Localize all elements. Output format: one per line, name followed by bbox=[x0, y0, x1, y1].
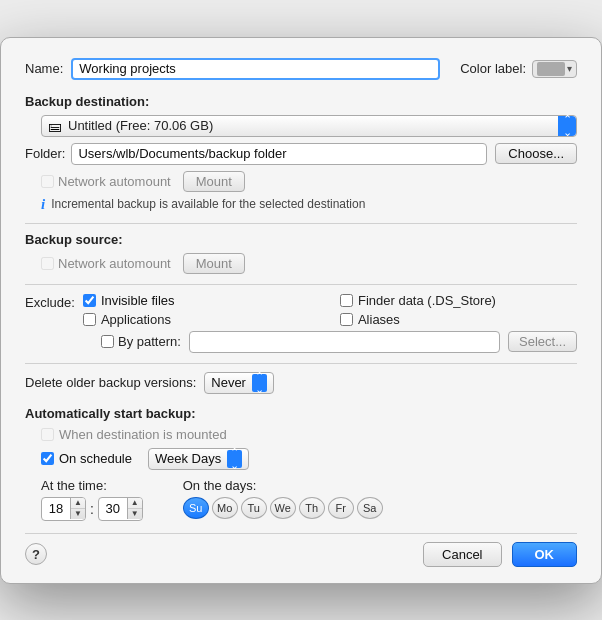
folder-input[interactable] bbox=[71, 143, 487, 165]
exclude-row: Exclude: Invisible files Finder data (.D… bbox=[25, 293, 577, 327]
days-section: On the days: Su Mo Tu We Th Fr Sa bbox=[183, 478, 383, 519]
week-text: Week Days bbox=[155, 451, 221, 466]
hours-value: 18 bbox=[42, 501, 70, 516]
network-automount-checkbox-src[interactable] bbox=[41, 257, 54, 270]
hours-down-icon[interactable]: ▼ bbox=[71, 509, 85, 519]
footer-buttons: Cancel OK bbox=[423, 542, 577, 567]
exclude-label: Exclude: bbox=[25, 293, 75, 310]
by-pattern-label[interactable]: By pattern: bbox=[101, 334, 181, 349]
invisible-files-checkbox[interactable] bbox=[83, 294, 96, 307]
network-mount-row-src: Network automount Mount bbox=[41, 253, 577, 274]
auto-start-header: Automatically start backup: bbox=[25, 406, 577, 421]
exclude-aliases[interactable]: Aliases bbox=[340, 312, 577, 327]
auto-start-section: Automatically start backup: When destina… bbox=[25, 406, 577, 521]
time-label: At the time: bbox=[41, 478, 143, 493]
footer: ? Cancel OK bbox=[25, 533, 577, 567]
delete-label: Delete older backup versions: bbox=[25, 375, 196, 390]
time-days-row: At the time: 18 ▲ ▼ : 30 ▲ ▼ bbox=[41, 478, 577, 521]
folder-label: Folder: bbox=[25, 146, 65, 161]
hours-up-icon[interactable]: ▲ bbox=[71, 498, 85, 509]
help-button[interactable]: ? bbox=[25, 543, 47, 565]
divider-1 bbox=[25, 223, 577, 224]
name-input[interactable] bbox=[71, 58, 440, 80]
never-text: Never bbox=[211, 375, 246, 390]
choose-button[interactable]: Choose... bbox=[495, 143, 577, 164]
color-select[interactable]: ▾ bbox=[532, 60, 577, 78]
week-select[interactable]: Week Days ⌃⌄ bbox=[148, 448, 249, 470]
minutes-value: 30 bbox=[99, 501, 127, 516]
exclude-finder-data[interactable]: Finder data (.DS_Store) bbox=[340, 293, 577, 308]
minutes-spinner[interactable]: 30 ▲ ▼ bbox=[98, 497, 143, 521]
network-automount-checkbox-dest[interactable] bbox=[41, 175, 54, 188]
invisible-files-label: Invisible files bbox=[101, 293, 175, 308]
mount-button-src[interactable]: Mount bbox=[183, 253, 245, 274]
minutes-up-icon[interactable]: ▲ bbox=[128, 498, 142, 509]
hours-arrows: ▲ ▼ bbox=[70, 498, 85, 519]
destination-chevron-icon: ⌃⌄ bbox=[558, 116, 576, 136]
never-chevron-icon: ⌃⌄ bbox=[252, 374, 267, 392]
time-inputs: 18 ▲ ▼ : 30 ▲ ▼ bbox=[41, 497, 143, 521]
exclude-applications[interactable]: Applications bbox=[83, 312, 320, 327]
name-row: Name: Color label: ▾ bbox=[25, 58, 577, 80]
dialog: Name: Color label: ▾ Backup destination:… bbox=[0, 37, 602, 584]
backup-destination-header: Backup destination: bbox=[25, 94, 577, 109]
name-label: Name: bbox=[25, 61, 63, 76]
day-mo[interactable]: Mo bbox=[212, 497, 238, 519]
pattern-input[interactable] bbox=[189, 331, 500, 353]
ok-button[interactable]: OK bbox=[512, 542, 578, 567]
info-text: Incremental backup is available for the … bbox=[51, 197, 365, 211]
never-select[interactable]: Never ⌃⌄ bbox=[204, 372, 274, 394]
delete-row: Delete older backup versions: Never ⌃⌄ bbox=[25, 372, 577, 394]
finder-data-label: Finder data (.DS_Store) bbox=[358, 293, 496, 308]
days-label: On the days: bbox=[183, 478, 383, 493]
mount-button-dest[interactable]: Mount bbox=[183, 171, 245, 192]
time-colon: : bbox=[90, 501, 94, 517]
day-su[interactable]: Su bbox=[183, 497, 209, 519]
time-section: At the time: 18 ▲ ▼ : 30 ▲ ▼ bbox=[41, 478, 143, 521]
destination-select[interactable]: 🖴 Untitled (Free: 70.06 GB) ⌃⌄ bbox=[41, 115, 577, 137]
exclude-grid: Invisible files Finder data (.DS_Store) … bbox=[83, 293, 577, 327]
color-chevron-icon: ▾ bbox=[567, 63, 572, 74]
day-sa[interactable]: Sa bbox=[357, 497, 383, 519]
schedule-row: On schedule Week Days ⌃⌄ bbox=[41, 448, 577, 470]
on-schedule-label[interactable]: On schedule bbox=[41, 451, 132, 466]
on-schedule-checkbox[interactable] bbox=[41, 452, 54, 465]
hdd-icon: 🖴 bbox=[48, 118, 62, 134]
pattern-row: By pattern: Select... bbox=[101, 331, 577, 353]
aliases-checkbox[interactable] bbox=[340, 313, 353, 326]
minutes-arrows: ▲ ▼ bbox=[127, 498, 142, 519]
day-tu[interactable]: Tu bbox=[241, 497, 267, 519]
by-pattern-checkbox[interactable] bbox=[101, 335, 114, 348]
backup-source-header: Backup source: bbox=[25, 232, 577, 247]
applications-checkbox[interactable] bbox=[83, 313, 96, 326]
week-chevron-icon: ⌃⌄ bbox=[227, 450, 242, 468]
info-row: i Incremental backup is available for th… bbox=[41, 196, 577, 213]
applications-label: Applications bbox=[101, 312, 171, 327]
day-we[interactable]: We bbox=[270, 497, 296, 519]
minutes-down-icon[interactable]: ▼ bbox=[128, 509, 142, 519]
aliases-label: Aliases bbox=[358, 312, 400, 327]
destination-row: 🖴 Untitled (Free: 70.06 GB) ⌃⌄ bbox=[41, 115, 577, 137]
day-buttons: Su Mo Tu We Th Fr Sa bbox=[183, 497, 383, 519]
destination-text: Untitled (Free: 70.06 GB) bbox=[68, 118, 554, 133]
when-dest-row: When destination is mounted bbox=[41, 427, 577, 442]
color-label-text: Color label: bbox=[460, 61, 526, 76]
when-dest-mounted-checkbox[interactable] bbox=[41, 428, 54, 441]
day-th[interactable]: Th bbox=[299, 497, 325, 519]
network-automount-label-src[interactable]: Network automount bbox=[41, 256, 171, 271]
color-label-section: Color label: ▾ bbox=[460, 60, 577, 78]
divider-2 bbox=[25, 284, 577, 285]
folder-row: Folder: Choose... bbox=[25, 143, 577, 165]
day-fr[interactable]: Fr bbox=[328, 497, 354, 519]
select-button[interactable]: Select... bbox=[508, 331, 577, 352]
when-dest-mounted-label[interactable]: When destination is mounted bbox=[41, 427, 227, 442]
network-automount-label-dest[interactable]: Network automount bbox=[41, 174, 171, 189]
hours-spinner[interactable]: 18 ▲ ▼ bbox=[41, 497, 86, 521]
divider-3 bbox=[25, 363, 577, 364]
exclude-invisible-files[interactable]: Invisible files bbox=[83, 293, 320, 308]
network-mount-row-dest: Network automount Mount bbox=[41, 171, 577, 192]
finder-data-checkbox[interactable] bbox=[340, 294, 353, 307]
info-icon: i bbox=[41, 196, 45, 213]
color-swatch bbox=[537, 62, 565, 76]
cancel-button[interactable]: Cancel bbox=[423, 542, 501, 567]
